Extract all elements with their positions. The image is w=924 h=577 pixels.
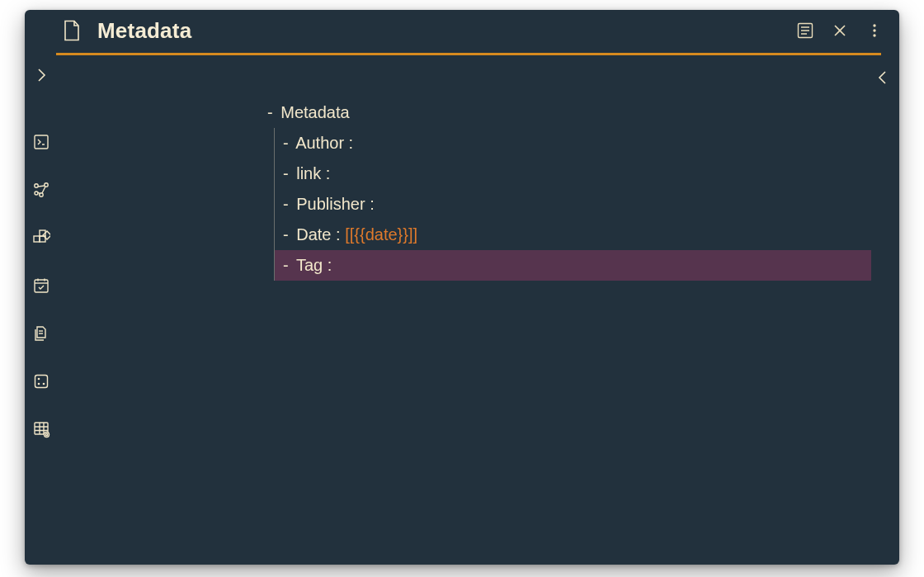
outline-item[interactable]: - Publisher : xyxy=(275,189,871,220)
outline-item[interactable]: - Tag : xyxy=(275,250,871,281)
svg-point-8 xyxy=(873,34,875,36)
journal-icon[interactable] xyxy=(30,130,53,154)
outline-root-row[interactable]: - Metadata xyxy=(259,97,871,128)
title-bar: Metadata xyxy=(25,10,899,51)
svg-rect-22 xyxy=(35,280,48,292)
outline-item-label: link : xyxy=(296,164,330,182)
svg-point-11 xyxy=(35,184,38,187)
bullet-dash: - xyxy=(283,134,289,152)
svg-point-6 xyxy=(873,24,875,26)
svg-rect-28 xyxy=(35,376,48,388)
close-icon[interactable] xyxy=(825,16,855,45)
svg-point-31 xyxy=(38,383,40,385)
outline-item-label: Tag : xyxy=(296,256,332,274)
svg-point-7 xyxy=(873,29,875,31)
expand-right-icon[interactable] xyxy=(871,66,894,89)
calendar-check-icon[interactable] xyxy=(30,274,53,297)
outline-item[interactable]: - Author : xyxy=(275,128,871,158)
svg-rect-9 xyxy=(35,135,48,149)
bullet-dash: - xyxy=(267,103,273,121)
left-activity-bar xyxy=(25,58,58,565)
outline-item-label: Date : xyxy=(296,225,340,244)
bullet-dash: - xyxy=(283,225,289,244)
svg-point-14 xyxy=(35,192,38,195)
app-window: Metadata xyxy=(25,10,899,565)
accent-divider xyxy=(56,53,881,55)
outline-item-label: Publisher : xyxy=(296,195,375,213)
outline-item-link-value[interactable]: [[{{date}}]] xyxy=(345,225,417,244)
bullet-dash: - xyxy=(283,164,289,182)
right-collapse-bar xyxy=(866,58,899,107)
editor-content[interactable]: - Metadata - Author :- link :- Publisher… xyxy=(61,63,871,556)
svg-point-29 xyxy=(38,378,40,381)
outline-item-label: Author : xyxy=(295,134,353,152)
table-settings-icon[interactable] xyxy=(30,418,53,441)
outline-children: - Author :- link :- Publisher :- Date : … xyxy=(274,128,871,281)
outline-root: - Metadata - Author :- link :- Publisher… xyxy=(259,97,871,281)
outline-root-label: Metadata xyxy=(280,103,349,121)
plugins-icon[interactable] xyxy=(30,226,53,249)
svg-line-16 xyxy=(42,187,45,193)
page-title: Metadata xyxy=(97,18,191,44)
bullet-dash: - xyxy=(283,195,289,213)
svg-rect-21 xyxy=(43,231,50,239)
outline-item[interactable]: - Date : [[{{date}}]] xyxy=(275,220,871,250)
svg-point-30 xyxy=(43,383,45,385)
svg-point-37 xyxy=(45,433,50,437)
graph-icon[interactable] xyxy=(30,178,53,201)
dice-icon[interactable] xyxy=(30,370,53,393)
expand-left-icon[interactable] xyxy=(30,66,53,84)
more-menu-icon[interactable] xyxy=(860,16,889,45)
svg-point-12 xyxy=(45,183,48,187)
svg-rect-18 xyxy=(34,236,40,242)
outline-item[interactable]: - link : xyxy=(275,158,871,189)
document-icon xyxy=(63,20,81,41)
documents-icon[interactable] xyxy=(30,322,53,345)
document-view-icon[interactable] xyxy=(790,16,820,45)
bullet-dash: - xyxy=(283,256,289,274)
svg-line-15 xyxy=(38,186,45,187)
